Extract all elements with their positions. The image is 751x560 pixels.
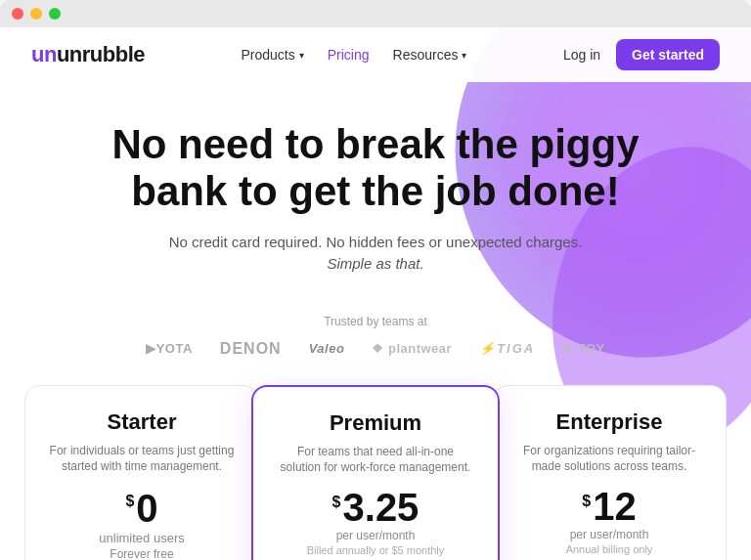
trusted-label: Trusted by teams at bbox=[0, 315, 751, 328]
enterprise-card: Enterprise For organizations requiring t… bbox=[492, 385, 727, 560]
enterprise-title: Enterprise bbox=[516, 409, 702, 435]
starter-billing: Forever free bbox=[49, 547, 235, 560]
nav-resources-link[interactable]: Resources ▾ bbox=[393, 47, 467, 63]
trusted-section: Trusted by teams at ▶YOTA DENON Valeo ❖ … bbox=[0, 315, 751, 358]
premium-billing: Billed annually or $5 monthly bbox=[277, 544, 474, 556]
starter-price-row: $ 0 bbox=[49, 487, 235, 531]
nav-links: Products ▾ Pricing Resources ▾ bbox=[241, 47, 466, 63]
login-button[interactable]: Log in bbox=[563, 47, 600, 63]
get-started-button[interactable]: Get started bbox=[616, 39, 720, 70]
brand-logo-toyota: ▶YOTA bbox=[146, 341, 193, 356]
nav-pricing-link[interactable]: Pricing bbox=[328, 47, 370, 63]
brand-logo-denon: DENON bbox=[220, 340, 282, 358]
chevron-down-icon: ▾ bbox=[462, 50, 466, 61]
starter-title: Starter bbox=[49, 409, 235, 435]
brand-logo-valeo: Valeo bbox=[309, 341, 345, 356]
premium-price-row: $ 3.25 bbox=[277, 488, 474, 527]
brand-logos-row: ▶YOTA DENON Valeo ❖ plantwear ⚡TIGA ⊙ TO… bbox=[0, 340, 751, 358]
enterprise-desc: For organizations requiring tailor-made … bbox=[516, 443, 702, 476]
enterprise-period: per user/month bbox=[516, 528, 702, 541]
enterprise-dollar: $ bbox=[582, 493, 591, 510]
brand-logo-toy: ⊙ TOY bbox=[562, 341, 605, 356]
enterprise-billing: Annual billing only bbox=[516, 543, 702, 555]
window-maximize-dot[interactable] bbox=[49, 8, 61, 20]
enterprise-price-row: $ 12 bbox=[516, 487, 702, 526]
window-chrome bbox=[0, 0, 751, 27]
pricing-section: Starter For individuals or teams just ge… bbox=[0, 366, 751, 560]
window-minimize-dot[interactable] bbox=[30, 8, 42, 20]
page-container: ununrubble Products ▾ Pricing Resources … bbox=[0, 27, 751, 560]
premium-period: per user/month bbox=[277, 529, 474, 542]
nav-item-pricing[interactable]: Pricing bbox=[328, 47, 370, 63]
hero-section: No need to break the piggy bank to get t… bbox=[0, 82, 751, 295]
brand-logo-plantwear: ❖ plantwear bbox=[372, 341, 452, 356]
nav-actions: Log in Get started bbox=[563, 39, 720, 70]
hero-subtext: No credit card required. No hidden fees … bbox=[31, 232, 720, 276]
premium-card: Premium For teams that need all-in-one s… bbox=[251, 385, 500, 560]
premium-desc: For teams that need all-in-one solution … bbox=[277, 444, 474, 477]
premium-price: 3.25 bbox=[343, 488, 420, 527]
nav-item-products[interactable]: Products ▾ bbox=[241, 47, 303, 63]
navigation: ununrubble Products ▾ Pricing Resources … bbox=[0, 27, 751, 82]
hero-heading: No need to break the piggy bank to get t… bbox=[92, 121, 659, 216]
logo[interactable]: ununrubble bbox=[31, 42, 145, 67]
brand-logo-stiga: ⚡TIGA bbox=[479, 341, 535, 356]
starter-unlimited: unlimited users bbox=[49, 531, 235, 545]
starter-card: Starter For individuals or teams just ge… bbox=[24, 385, 259, 560]
premium-title: Premium bbox=[277, 410, 474, 436]
starter-dollar: $ bbox=[125, 493, 134, 510]
chevron-down-icon: ▾ bbox=[299, 50, 304, 61]
enterprise-price: 12 bbox=[593, 487, 637, 526]
nav-item-resources[interactable]: Resources ▾ bbox=[393, 47, 467, 63]
premium-dollar: $ bbox=[332, 494, 341, 511]
nav-products-link[interactable]: Products ▾ bbox=[241, 47, 303, 63]
window-close-dot[interactable] bbox=[12, 8, 23, 20]
starter-price: 0 bbox=[136, 487, 157, 531]
starter-desc: For individuals or teams just getting st… bbox=[49, 443, 235, 476]
